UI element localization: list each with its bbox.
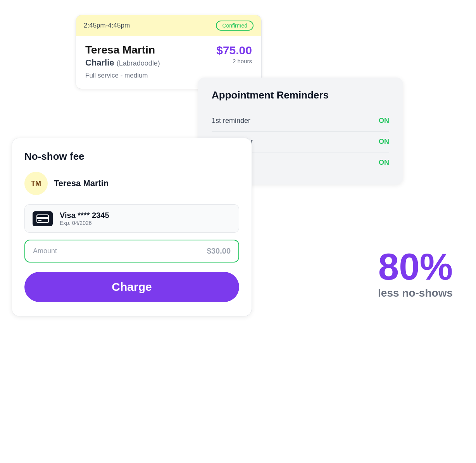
card-expiry: Exp. 04/2026	[60, 220, 109, 226]
confirmed-badge: Confirmed	[216, 21, 254, 31]
appointment-card-header: 2:45pm-4:45pm Confirmed	[76, 15, 261, 36]
appointment-price-block: $75.00 2 hours	[216, 44, 252, 64]
amount-value: $30.00	[207, 247, 231, 256]
reminder-3-status: ON	[379, 159, 389, 167]
card-number: Visa **** 2345	[60, 211, 109, 220]
noshow-client-row: TM Teresa Martin	[24, 172, 239, 195]
stats-percent: 80%	[378, 248, 453, 285]
noshow-fee-title: No-show fee	[24, 150, 239, 162]
stats-label: less no-shows	[378, 287, 453, 299]
payment-card-row: Visa **** 2345 Exp. 04/2026	[24, 204, 239, 233]
card-details: Visa **** 2345 Exp. 04/2026	[60, 211, 109, 226]
svg-rect-1	[37, 217, 48, 219]
noshow-client-name: Teresa Martin	[54, 178, 109, 188]
appointment-time: 2:45pm-4:45pm	[84, 22, 130, 29]
appointment-info: Teresa Martin Charlie (Labradoodle) Full…	[85, 44, 160, 79]
appointment-service: Full service - medium	[85, 72, 160, 79]
svg-rect-2	[38, 220, 41, 221]
appointment-pet-breed: (Labradoodle)	[117, 59, 160, 67]
reminder-1-status: ON	[379, 117, 389, 125]
appointment-client-name: Teresa Martin	[85, 44, 160, 56]
appointment-price-amount: $75.00	[216, 44, 252, 57]
reminder-1-label: 1st reminder	[212, 117, 250, 125]
reminder-2-status: ON	[379, 138, 389, 146]
appointment-duration: 2 hours	[216, 58, 252, 64]
stats-section: 80% less no-shows	[378, 248, 453, 299]
reminders-title: Appointment Reminders	[212, 89, 389, 101]
appointment-pet-name: Charlie (Labradoodle)	[85, 58, 160, 68]
charge-button[interactable]: Charge	[24, 272, 239, 302]
noshow-fee-card: No-show fee TM Teresa Martin Visa **** 2…	[12, 138, 252, 316]
amount-label: Amount	[33, 247, 57, 255]
client-avatar: TM	[24, 172, 48, 195]
credit-card-icon	[33, 211, 53, 226]
amount-row: Amount $30.00	[24, 240, 239, 263]
reminder-row-1: 1st reminder ON	[212, 111, 389, 131]
